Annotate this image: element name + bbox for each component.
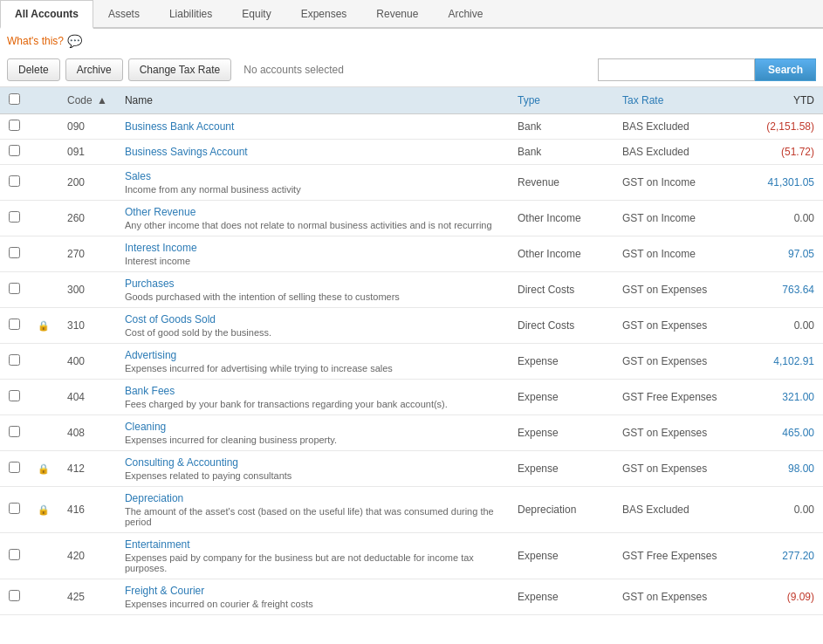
row-ytd: 97.05 (736, 236, 823, 272)
select-all-checkbox[interactable] (9, 93, 20, 105)
delete-button[interactable]: Delete (7, 58, 60, 81)
row-checkbox-cell[interactable] (0, 201, 29, 236)
account-name-link[interactable]: Business Savings Account (125, 146, 248, 158)
row-ytd: 321.00 (736, 380, 823, 415)
lock-icon-cell (29, 165, 58, 201)
row-tax-rate: BAS Excluded (614, 140, 736, 165)
row-checkbox-cell[interactable] (0, 380, 29, 415)
tab-equity[interactable]: Equity (227, 0, 285, 29)
row-type: Depreciation (509, 487, 614, 533)
row-tax-rate: GST on Expenses (614, 415, 736, 451)
row-tax-rate: BAS Excluded (614, 487, 736, 533)
row-type: Bank (509, 140, 614, 165)
row-checkbox[interactable] (9, 503, 20, 514)
row-name-cell: DepreciationThe amount of the asset's co… (116, 487, 509, 533)
row-name-cell: AdvertisingExpenses incurred for adverti… (116, 344, 509, 380)
row-name-cell: Other RevenueAny other income that does … (116, 201, 509, 236)
lock-icon-cell (29, 415, 58, 451)
row-name-cell: Cost of Goods SoldCost of good sold by t… (116, 308, 509, 344)
table-row: 420EntertainmentExpenses paid by company… (0, 533, 823, 579)
table-row: 200SalesIncome from any normal business … (0, 165, 823, 201)
row-tax-rate: GST on Expenses (614, 344, 736, 380)
row-checkbox[interactable] (9, 247, 20, 258)
row-code: 400 (58, 344, 116, 380)
sort-arrow-icon: ▲ (97, 94, 107, 106)
account-desc: Expenses incurred for advertising while … (125, 363, 500, 373)
archive-button[interactable]: Archive (65, 58, 123, 81)
table-row: 400AdvertisingExpenses incurred for adve… (0, 344, 823, 380)
tab-revenue[interactable]: Revenue (361, 0, 433, 29)
search-button[interactable]: Search (755, 58, 816, 81)
row-tax-rate: GST Free Expenses (614, 380, 736, 415)
change-tax-rate-button[interactable]: Change Tax Rate (128, 58, 232, 81)
lock-icon-cell (29, 380, 58, 415)
row-name-cell: EntertainmentExpenses paid by company fo… (116, 533, 509, 579)
row-type: Expense (509, 344, 614, 380)
row-checkbox[interactable] (9, 319, 20, 330)
tab-liabilities[interactable]: Liabilities (154, 0, 227, 29)
table-row: 260Other RevenueAny other income that do… (0, 201, 823, 236)
row-checkbox[interactable] (9, 390, 20, 401)
row-name-cell: Business Savings Account (116, 140, 509, 165)
account-name-link[interactable]: Interest Income (125, 242, 197, 254)
account-name-link[interactable]: Other Revenue (125, 206, 195, 218)
row-checkbox-cell[interactable] (0, 140, 29, 165)
account-name-link[interactable]: Bank Fees (125, 385, 175, 397)
row-checkbox[interactable] (9, 120, 20, 131)
whats-this-icon: 💬 (67, 34, 82, 48)
row-tax-rate: BAS Excluded (614, 114, 736, 140)
row-checkbox[interactable] (9, 426, 20, 437)
tab-archive[interactable]: Archive (433, 0, 497, 29)
account-name-link[interactable]: Cost of Goods Sold (125, 313, 216, 325)
accounts-table-container: Code ▲ Name Type Tax Rate YTD 090Busines… (0, 87, 823, 615)
row-checkbox-cell[interactable] (0, 451, 29, 487)
row-ytd: (2,151.58) (736, 114, 823, 140)
account-name-link[interactable]: Business Bank Account (125, 120, 234, 133)
tab-assets[interactable]: Assets (93, 0, 154, 29)
code-col-header[interactable]: Code ▲ (58, 87, 116, 114)
row-code: 300 (58, 272, 116, 308)
row-checkbox[interactable] (9, 175, 20, 187)
row-tax-rate: GST Free Expenses (614, 533, 736, 579)
row-checkbox-cell[interactable] (0, 272, 29, 308)
row-checkbox[interactable] (9, 145, 20, 156)
row-checkbox-cell[interactable] (0, 114, 29, 140)
row-checkbox-cell[interactable] (0, 236, 29, 272)
row-code: 270 (58, 236, 116, 272)
icon-col-header (29, 87, 58, 114)
tab-expenses[interactable]: Expenses (286, 0, 362, 29)
lock-icon-cell: 🔒 (29, 308, 58, 344)
row-name-cell: Business Bank Account (116, 114, 509, 140)
account-name-link[interactable]: Purchases (125, 277, 175, 290)
account-name-link[interactable]: Cleaning (125, 421, 166, 433)
row-checkbox[interactable] (9, 549, 20, 560)
account-name-link[interactable]: Entertainment (125, 538, 190, 551)
row-tax-rate: GST on Income (614, 201, 736, 236)
row-checkbox-cell[interactable] (0, 579, 29, 615)
row-checkbox[interactable] (9, 354, 20, 366)
row-code: 260 (58, 201, 116, 236)
row-checkbox-cell[interactable] (0, 308, 29, 344)
row-checkbox[interactable] (9, 283, 20, 294)
row-checkbox[interactable] (9, 590, 20, 601)
row-checkbox-cell[interactable] (0, 344, 29, 380)
whats-this-link[interactable]: What's this? (7, 35, 64, 47)
search-input[interactable] (598, 58, 755, 81)
row-ytd: 98.00 (736, 451, 823, 487)
account-name-link[interactable]: Advertising (125, 349, 176, 361)
lock-icon: 🔒 (38, 463, 50, 474)
account-name-link[interactable]: Freight & Courier (125, 585, 204, 597)
tab-all-accounts[interactable]: All Accounts (0, 0, 93, 29)
row-name-cell: PurchasesGoods purchased with the intent… (116, 272, 509, 308)
row-checkbox[interactable] (9, 211, 20, 223)
lock-icon-cell (29, 344, 58, 380)
row-checkbox-cell[interactable] (0, 165, 29, 201)
row-checkbox-cell[interactable] (0, 415, 29, 451)
row-checkbox[interactable] (9, 462, 20, 473)
row-checkbox-cell[interactable] (0, 487, 29, 533)
select-all-checkbox-cell[interactable] (0, 87, 29, 114)
account-name-link[interactable]: Sales (125, 170, 151, 182)
account-name-link[interactable]: Depreciation (125, 492, 183, 504)
account-name-link[interactable]: Consulting & Accounting (125, 456, 238, 469)
row-checkbox-cell[interactable] (0, 533, 29, 579)
